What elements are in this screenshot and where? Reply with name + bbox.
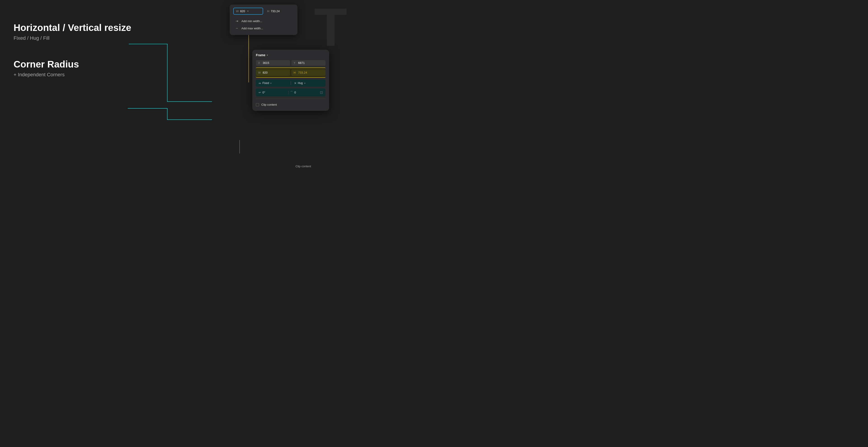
left-section: Horizontal / Vertical resize Fixed / Hug… [13,23,140,96]
corner-rotation-row: ↩ 0° ⌒ 0 ⊡ [256,89,326,96]
hug-label: Hug [298,81,303,85]
y-value: 6871 [298,61,305,65]
w-label-main: W [258,71,261,74]
corner-radius-subtitle: + Independent Corners [13,72,140,78]
panel-title-dropdown-icon[interactable]: ▾ [267,54,268,57]
x-label: X [258,61,261,65]
add-min-width-item[interactable]: ⇥ Add min width... [233,18,294,25]
corner-radius-icon: ⌒ [290,91,293,95]
height-field[interactable]: H 733.24 [265,8,294,14]
add-max-width-item[interactable]: ↔ Add max width... [233,25,294,32]
feature-corner-radius: Corner Radius + Independent Corners [13,59,140,78]
clip-content-label: Clip content [261,103,277,106]
horizontal-resize-title: Horizontal / Vertical resize [13,23,140,33]
clip-content-annotation: Clip content [296,165,311,168]
fixed-icon: ⇔ [258,81,261,85]
popup-dropdown-panel: W 820 ▾ H 733.24 ⇥ Add min width... ↔ Ad… [230,4,298,35]
w-dropdown-arrow[interactable]: ▾ [247,10,249,13]
decorative-letter: T [314,0,347,54]
popup-top-row: W 820 ▾ H 733.24 [233,8,294,15]
panel-divider [256,99,326,99]
wh-highlighted-row: W 820 H 733.24 [256,68,326,78]
hug-icon: ✕ [294,81,297,85]
horizontal-resize-field[interactable]: ⇔ Fixed ▾ [258,81,287,85]
horizontal-resize-subtitle: Fixed / Hug / Fill [13,35,140,41]
rotation-value: 0° [262,91,265,94]
h-value: 733.24 [271,9,280,13]
corner-expand-icon[interactable]: ⊡ [320,90,323,95]
x-value: 3615 [263,61,269,65]
corner-value: 0 [294,91,296,94]
add-max-width-label: Add max width... [241,27,263,30]
corner-radius-field[interactable]: ⌒ 0 [290,91,318,95]
feature-horizontal-resize: Horizontal / Vertical resize Fixed / Hug… [13,23,140,41]
main-properties-panel: Frame ▾ X 3615 Y 6871 W 820 H 733.24 ⇔ F… [252,50,329,111]
panel-header: Frame ▾ [256,53,326,57]
h-value-main: 733.24 [298,71,307,74]
h-label: H [267,9,269,13]
w-value-main: 820 [263,71,268,74]
h-field[interactable]: H 733.24 [291,69,326,76]
y-label: Y [293,61,297,65]
w-value: 820 [240,9,245,13]
max-width-icon: ↔ [235,26,239,30]
rotation-icon: ↩ [258,91,261,94]
hug-dropdown-arrow[interactable]: ▾ [304,82,305,84]
panel-title: Frame [256,53,266,57]
fixed-label: Fixed [262,81,269,85]
min-width-icon: ⇥ [235,19,239,23]
rotation-field[interactable]: ↩ 0° [258,91,287,94]
vertical-resize-field[interactable]: ✕ Hug ▾ [294,81,323,85]
corner-divider [288,91,289,94]
x-field[interactable]: X 3615 [256,60,290,66]
resize-mode-row: ⇔ Fixed ▾ ✕ Hug ▾ [256,79,326,87]
w-field[interactable]: W 820 [256,69,290,76]
y-field[interactable]: Y 6871 [291,60,326,66]
add-min-width-label: Add min width... [241,20,262,23]
corner-radius-title: Corner Radius [13,59,140,70]
width-field-active[interactable]: W 820 ▾ [233,8,263,15]
clip-content-row[interactable]: Clip content [256,101,326,107]
fixed-dropdown-arrow[interactable]: ▾ [270,82,272,84]
xy-row: X 3615 Y 6871 [256,60,326,66]
h-label-main: H [293,71,297,74]
clip-content-checkbox[interactable] [256,103,259,106]
w-label: W [236,9,239,13]
